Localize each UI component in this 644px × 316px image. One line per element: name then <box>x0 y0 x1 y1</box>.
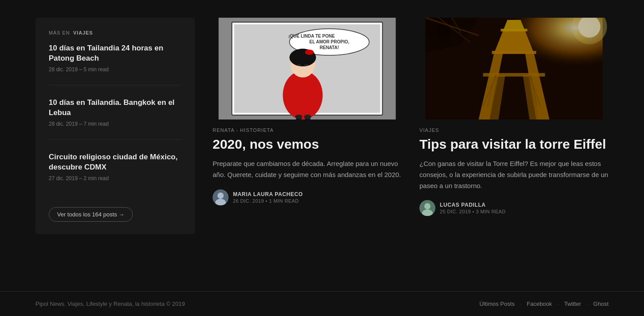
eiffel-image <box>419 18 609 119</box>
article-title-large: Tips para visitar la torre Eiffel <box>419 136 609 152</box>
article-title: 10 días en Tailandia. Bangkok en el Lebu… <box>49 98 182 118</box>
article-category: RENATA - HISTORIETA <box>213 127 402 133</box>
section-category: VIAJES <box>73 30 93 35</box>
author-date: 26 DIC. 2019 • 1 MIN READ <box>233 198 303 204</box>
svg-text:EL AMOR PROPIO,: EL AMOR PROPIO, <box>309 39 349 44</box>
footer-link-twitter[interactable]: Twitter <box>564 301 581 307</box>
author-details: LUCAS PADILLA 25 DIC. 2019 • 3 MIN READ <box>440 202 506 214</box>
list-item[interactable]: 10 días en Tailandia 24 horas en Patong … <box>49 43 182 85</box>
section-label-text: MÁS EN <box>49 30 70 35</box>
article-meta: 28 dic. 2019 – 7 min read <box>49 121 182 127</box>
footer-link-ghost[interactable]: Ghost <box>593 301 609 307</box>
middle-column: ¡QUÉ LINDA TE PONE EL AMOR PROPIO, RENAT… <box>213 18 402 205</box>
comic-image: ¡QUÉ LINDA TE PONE EL AMOR PROPIO, RENAT… <box>213 18 402 119</box>
page-wrapper: MÁS EN VIAJES 10 días en Tailandia 24 ho… <box>0 0 644 316</box>
article-category: VIAJES <box>419 127 609 133</box>
footer-dot: · <box>586 301 588 307</box>
footer-link-ultimos[interactable]: Últimos Posts <box>479 301 514 307</box>
article-title-large: 2020, nos vemos <box>213 136 402 152</box>
author-name: MARIA LAURA PACHECO <box>233 191 303 197</box>
footer-link-facebook[interactable]: Facebook <box>527 301 552 307</box>
svg-point-16 <box>304 115 311 119</box>
svg-point-12 <box>305 50 314 55</box>
article-excerpt: ¿Con ganas de visitar la Torre Eiffel? E… <box>419 158 609 191</box>
article-title: Circuito religioso ciudad de México, des… <box>49 152 182 173</box>
footer-dot: · <box>520 301 521 307</box>
svg-text:¡QUÉ LINDA TE PONE: ¡QUÉ LINDA TE PONE <box>288 33 335 39</box>
author-name: LUCAS PADILLA <box>440 202 506 208</box>
article-meta: 28 dic. 2019 – 5 min read <box>49 66 182 73</box>
author-info: MARIA LAURA PACHECO 26 DIC. 2019 • 1 MIN… <box>213 189 402 205</box>
main-content: MÁS EN VIAJES 10 días en Tailandia 24 ho… <box>0 0 644 291</box>
avatar <box>419 200 435 216</box>
list-item[interactable]: 10 días en Tailandia. Bangkok en el Lebu… <box>49 98 182 140</box>
svg-point-8 <box>283 71 323 119</box>
svg-text:RENATA!: RENATA! <box>320 45 339 50</box>
footer-copyright: Pipol News. Viajes, Lifestyle y Renata, … <box>35 301 185 307</box>
article-excerpt: Preparate que cambiamos de década. Arreg… <box>213 158 402 181</box>
list-item[interactable]: Circuito religioso ciudad de México, des… <box>49 152 182 194</box>
svg-point-18 <box>217 193 224 199</box>
svg-point-15 <box>295 115 303 119</box>
section-label: MÁS EN VIAJES <box>49 30 182 35</box>
view-all-button[interactable]: Ver todos los 164 posts → <box>49 207 133 222</box>
right-column: VIAJES Tips para visitar la torre Eiffel… <box>419 18 609 216</box>
footer-dot: · <box>557 301 559 307</box>
left-column: MÁS EN VIAJES 10 días en Tailandia 24 ho… <box>35 18 195 234</box>
avatar <box>213 189 229 205</box>
article-title: 10 días en Tailandia 24 horas en Patong … <box>49 43 182 64</box>
author-date: 25 DIC. 2019 • 3 MIN READ <box>440 209 506 214</box>
author-info: LUCAS PADILLA 25 DIC. 2019 • 3 MIN READ <box>419 200 609 216</box>
footer: Pipol News. Viajes, Lifestyle y Renata, … <box>0 291 644 316</box>
svg-point-45 <box>424 203 431 209</box>
article-meta: 27 dic. 2019 – 2 min read <box>49 175 182 181</box>
author-details: MARIA LAURA PACHECO 26 DIC. 2019 • 1 MIN… <box>233 191 303 204</box>
footer-links: Últimos Posts · Facebook · Twitter · Gho… <box>479 301 609 307</box>
